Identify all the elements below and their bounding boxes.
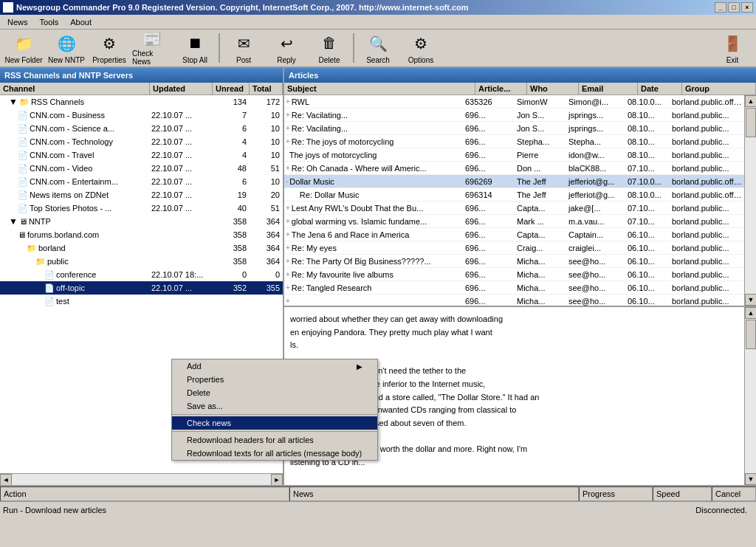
scroll-down-button[interactable]: ▼ [745,294,756,306]
table-row[interactable]: + Re: Tangled Research 696... Micha... s… [284,281,744,295]
list-item[interactable]: 📄 test [0,295,283,308]
list-item[interactable]: ▼ 🖥 NNTP 358 364 [0,215,283,228]
list-item[interactable]: 📄 conference 22.10.07 18:... 0 0 [0,268,283,281]
post-icon: ✉ [232,32,255,55]
horizontal-scrollbar[interactable]: ◄ ► [0,473,283,485]
expand-icon: + [286,111,290,119]
ctx-redownload-texts-item[interactable]: Redownload texts for all articles (messa… [172,447,377,460]
reply-button[interactable]: ↩ Reply [266,31,307,65]
table-row[interactable]: + RWL 635326 SimonW Simon@i... 08.10.0..… [284,95,744,109]
new-nntp-icon: 🌐 [55,32,78,55]
preview-scroll-up[interactable]: ▲ [745,307,756,319]
expand-icon: ▼ [9,216,18,227]
vertical-scrollbar[interactable]: ▲ ▼ [744,95,756,306]
ctx-save-as-item[interactable]: Save as... [172,399,377,413]
expand-icon: + [286,137,290,145]
expand-icon: + [286,244,290,252]
col-date: Date [638,83,682,94]
articles-area: + RWL 635326 SimonW Simon@i... 08.10.0..… [284,95,756,306]
delete-button[interactable]: 🗑 Delete [309,31,350,65]
menu-about[interactable]: About [64,16,97,28]
ctx-properties-item[interactable]: Properties [172,373,377,386]
exit-button[interactable]: 🚪 Exit [712,31,753,65]
table-row[interactable]: + global warming vs. Islamic fundame... … [284,215,744,228]
scroll-right-btn[interactable]: ► [271,474,283,486]
ctx-delete-item[interactable]: Delete [172,386,377,399]
list-item[interactable]: ▼ 📁 RSS Channels 134 172 [0,95,283,109]
list-item[interactable]: 📄 CNN.com - Video 22.10.07 ... 48 51 [0,162,283,175]
expand-icon: + [286,270,290,278]
list-item[interactable]: 📄 CNN.com - Business 22.10.07 ... 7 10 [0,109,283,122]
menu-news[interactable]: News [1,16,34,28]
options-button[interactable]: ⚙ Options [400,31,441,65]
preview-scroll-thumb[interactable] [746,320,756,349]
table-row[interactable]: + Re: My favourite live albums 696... Mi… [284,268,744,281]
articles-list[interactable]: + RWL 635326 SimonW Simon@i... 08.10.0..… [284,95,744,306]
scroll-thumb[interactable] [746,108,756,137]
table-row[interactable]: Re: Dollar Music 696314 The Jeff jefferi… [284,188,744,202]
reply-icon: ↩ [275,32,298,55]
list-item[interactable]: 📄 CNN.com - Travel 22.10.07 ... 4 10 [0,148,283,162]
toolbar-separator-2 [353,33,354,63]
preview-scroll-down[interactable]: ▼ [745,473,756,485]
titlebar-title: Newsgroup Commander Pro 9.0 Registered V… [16,3,469,12]
list-item[interactable]: 📄 off-topic 22.10.07 ... 352 355 [0,281,283,295]
table-row[interactable]: The joys of motorcycling 696... Pierre i… [284,148,744,162]
preview-scroll-track[interactable] [745,319,756,473]
minimize-button[interactable]: _ [715,2,726,13]
table-row[interactable]: + Re: The joys of motorcycling 696... St… [284,135,744,148]
doc-icon: 📄 [18,124,28,134]
scroll-track[interactable] [12,474,271,485]
expand-icon: ▼ [9,97,18,107]
scroll-left-btn[interactable]: ◄ [0,474,12,486]
new-folder-button[interactable]: 📁 New Folder [3,31,44,65]
new-nntp-button[interactable]: 🌐 New NNTP [46,31,87,65]
search-button[interactable]: 🔍 Search [357,31,399,65]
channel-name: 📄 CNN.com - Business [0,111,150,120]
doc-icon: 📄 [18,137,28,147]
table-row[interactable]: + Re: Vacilating... 696... Jon S... jspr… [284,109,744,122]
list-item[interactable]: 📄 Top Stories Photos - ... 22.10.07 ... … [0,202,283,215]
post-button[interactable]: ✉ Post [223,31,264,65]
properties-button[interactable]: ⚙ Properties [89,31,130,65]
stop-all-button[interactable]: ⏹ Stop All [174,31,216,65]
col-email: Email [579,83,638,94]
table-row[interactable]: + Re: The Party Of Big Business?????... … [284,255,744,268]
titlebar-controls[interactable]: _ □ × [715,2,753,13]
table-row[interactable]: + Re: Vacilating... 696... Jon S... jspr… [284,122,744,135]
maximize-button[interactable]: □ [728,2,740,13]
subject-cell: + [284,297,464,305]
list-item[interactable]: 📁 borland 358 364 [0,241,283,255]
col-updated: Updated [150,83,213,94]
check-news-button[interactable]: 📰 Check News [131,31,173,65]
list-item[interactable]: 🖥 forums.borland.com 358 364 [0,228,283,241]
col-unread: Unread [213,83,250,94]
ctx-redownload-headers-item[interactable]: Redownload headers for all articles [172,433,377,447]
preview-scrollbar[interactable]: ▲ ▼ [744,307,756,485]
table-row[interactable]: + Re: Oh Canada - Where will Americ... 6… [284,162,744,175]
table-row[interactable]: + 696... Micha... see@ho... 06.10... bor… [284,295,744,306]
subject-cell: + Re: The joys of motorcycling [284,137,464,146]
list-item[interactable]: 📁 public 358 364 [0,255,283,268]
toolbar-separator [219,33,220,63]
list-item[interactable]: 📄 News items on ZDNet 22.10.07 ... 19 20 [0,188,283,202]
table-row[interactable]: - Dollar Music 696269 The Jeff jefferiot… [284,175,744,188]
bottom-statusbar: Run - Download new articles Disconnected… [0,501,756,517]
scroll-up-button[interactable]: ▲ [745,95,756,107]
subject-cell: + Re: The Party Of Big Business?????... [284,257,464,266]
table-row[interactable]: + The Jena 6 and Race in America 696... … [284,228,744,241]
ctx-add-item[interactable]: Add ▶ [172,359,377,373]
menu-tools[interactable]: Tools [34,16,65,28]
table-row[interactable]: + Lest Any RWL's Doubt That the Bu... 69… [284,202,744,215]
list-item[interactable]: 📄 CNN.com - Entertainm... 22.10.07 ... 6… [0,175,283,188]
submenu-arrow-icon: ▶ [357,362,362,371]
ctx-check-news-item[interactable]: Check news [172,416,377,430]
subject-cell: + Re: Oh Canada - Where will Americ... [284,164,464,173]
list-item[interactable]: 📄 CNN.com - Technology 22.10.07 ... 4 10 [0,135,283,148]
scroll-track[interactable] [745,107,756,294]
delete-icon: 🗑 [317,32,341,55]
list-item[interactable]: 📄 CNN.com - Science a... 22.10.07 ... 6 … [0,122,283,135]
close-button[interactable]: × [741,2,753,13]
channel-name: 📄 CNN.com - Entertainm... [0,177,150,187]
table-row[interactable]: + Re: My eyes 696... Craig... craiglei..… [284,241,744,255]
